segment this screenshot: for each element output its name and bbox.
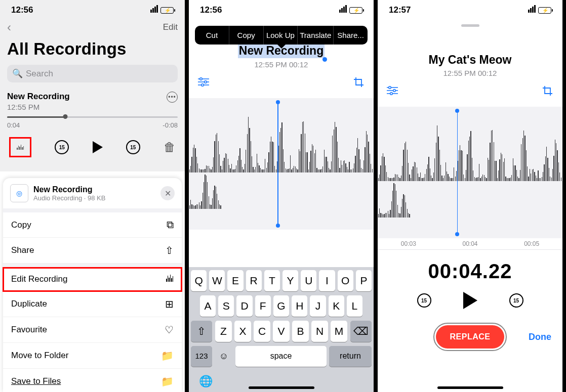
ctx-lookup[interactable]: Look Up [264, 26, 298, 45]
emoji-key[interactable]: ☺ [215, 346, 233, 367]
skip-back-15-icon[interactable]: 15 [55, 140, 69, 154]
play-icon[interactable] [93, 141, 103, 153]
skip-forward-15-icon[interactable]: 15 [126, 140, 140, 154]
globe-icon[interactable]: 🌐 [199, 375, 213, 388]
key-b[interactable]: B [292, 321, 309, 342]
skip-forward-15-icon[interactable]: 15 [509, 293, 523, 308]
options-button-highlighted[interactable] [9, 137, 31, 157]
folder-icon: 📁 [161, 375, 174, 387]
key-i[interactable]: I [319, 270, 335, 291]
battery-icon: ⚡ [160, 7, 174, 14]
key-s[interactable]: S [218, 295, 234, 317]
sheet-subtitle: Audio Recording · 98 KB [33, 194, 105, 202]
more-options-icon[interactable]: ••• [167, 92, 178, 103]
key-r[interactable]: R [246, 270, 262, 291]
key-o[interactable]: O [338, 270, 353, 291]
key-l[interactable]: L [347, 295, 362, 317]
duplicate-icon: ⊞ [165, 298, 174, 310]
share-sheet: ◎ New Recording Audio Recording · 98 KB … [3, 178, 182, 392]
key-g[interactable]: G [273, 295, 289, 317]
keyboard: QWERTYUIOP ASDFGHJKL ⇧ ZXCVBNM ⌫ 123 ☺ s… [189, 267, 374, 392]
ctx-copy[interactable]: Copy [229, 26, 264, 45]
ruler-tick: 00:04 [462, 240, 477, 247]
key-u[interactable]: U [301, 270, 316, 291]
share-icon: ⇧ [165, 244, 174, 256]
back-chevron-icon[interactable]: ‹ [7, 20, 11, 34]
ctx-cut[interactable]: Cut [195, 26, 229, 45]
ctx-translate[interactable]: Translate [298, 26, 334, 45]
scrubber[interactable] [7, 111, 178, 122]
key-h[interactable]: H [292, 295, 307, 317]
svg-point-11 [390, 93, 393, 95]
key-e[interactable]: E [227, 270, 243, 291]
save-to-files-row[interactable]: Save to Files 📁 [3, 369, 182, 392]
key-x[interactable]: X [234, 321, 251, 342]
key-t[interactable]: T [264, 270, 280, 291]
timeline-ruler: 00:03 00:04 00:05 [378, 238, 562, 250]
key-c[interactable]: C [254, 321, 270, 342]
home-indicator[interactable] [437, 386, 503, 389]
key-v[interactable]: V [273, 321, 290, 342]
key-z[interactable]: Z [215, 321, 232, 342]
recording-subtitle: 12:55 PM 00:12 [385, 69, 555, 77]
key-p[interactable]: P [356, 270, 372, 291]
move-to-folder-row[interactable]: Move to Folder 📁 [3, 343, 182, 369]
signal-icon [528, 5, 536, 15]
folder-icon: 📁 [161, 350, 174, 362]
crop-icon[interactable] [353, 77, 365, 90]
edit-link[interactable]: Edit [163, 22, 178, 32]
search-placeholder: Search [26, 69, 53, 79]
skip-back-15-icon[interactable]: 15 [417, 293, 431, 308]
key-a[interactable]: A [200, 295, 216, 317]
play-icon[interactable] [463, 292, 477, 309]
key-q[interactable]: Q [191, 270, 207, 291]
favourite-row[interactable]: Favourite ♡ [3, 317, 182, 343]
ctx-share[interactable]: Share... [334, 26, 368, 45]
shift-key[interactable]: ⇧ [191, 321, 212, 342]
sheet-grabber[interactable] [461, 24, 479, 27]
share-row[interactable]: Share ⇧ [3, 238, 182, 264]
replace-button[interactable]: REPLACE [436, 325, 505, 349]
signal-icon [150, 5, 158, 15]
copy-row[interactable]: Copy ⧉ [3, 212, 182, 238]
trash-icon[interactable]: 🗑 [164, 140, 176, 154]
return-key[interactable]: return [329, 346, 372, 367]
key-y[interactable]: Y [282, 270, 298, 291]
key-m[interactable]: M [331, 321, 347, 342]
status-bar: 12:56 ⚡ [189, 0, 374, 18]
duplicate-row[interactable]: Duplicate ⊞ [3, 291, 182, 317]
ruler-tick: 00:05 [524, 240, 539, 247]
numbers-key[interactable]: 123 [191, 346, 212, 367]
sheet-title: New Recording [33, 185, 105, 194]
backspace-key[interactable]: ⌫ [350, 321, 372, 342]
settings-sliders-icon[interactable] [387, 85, 398, 99]
elapsed-time: 0:04 [7, 121, 20, 129]
key-f[interactable]: F [255, 295, 271, 317]
crop-icon[interactable] [542, 85, 553, 99]
close-icon[interactable]: ✕ [160, 186, 175, 200]
edit-recording-row[interactable]: Edit Recording [3, 268, 182, 291]
home-indicator[interactable] [249, 386, 314, 389]
recording-title[interactable]: My Cat's Meow [385, 53, 555, 67]
done-button[interactable]: Done [529, 332, 551, 342]
ruler-tick: 00:03 [401, 240, 416, 247]
key-j[interactable]: J [310, 295, 326, 317]
search-input[interactable]: 🔍 Search [7, 65, 178, 82]
waveform-display[interactable] [378, 107, 562, 238]
waveform-icon [17, 143, 24, 152]
key-w[interactable]: W [209, 270, 225, 291]
settings-sliders-icon[interactable] [198, 77, 209, 90]
key-d[interactable]: D [236, 295, 252, 317]
key-k[interactable]: K [329, 295, 344, 317]
audio-file-icon: ◎ [10, 184, 28, 202]
svg-point-3 [205, 81, 207, 83]
playhead[interactable] [457, 111, 458, 234]
playhead[interactable] [277, 102, 278, 226]
space-key[interactable]: space [235, 346, 327, 367]
status-bar: 12:57 ⚡ [378, 0, 562, 18]
waveform-display[interactable] [189, 98, 374, 230]
recording-time: 12:55 PM [7, 103, 70, 111]
recording-name[interactable]: New Recording [7, 92, 70, 102]
key-n[interactable]: N [311, 321, 328, 342]
status-time: 12:56 [200, 5, 222, 15]
